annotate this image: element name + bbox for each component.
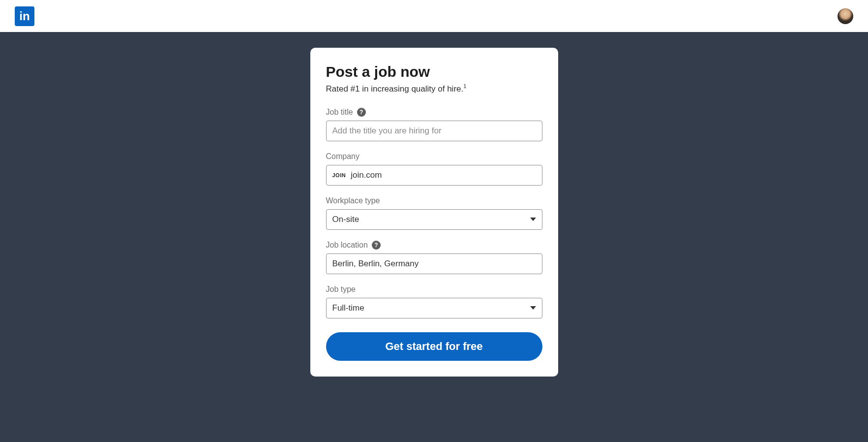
- job-location-field: Job location ?: [326, 241, 542, 274]
- workplace-type-select[interactable]: On-site: [326, 209, 542, 230]
- job-type-label: Job type: [326, 285, 356, 294]
- chevron-down-icon: [530, 218, 536, 221]
- job-type-value: Full-time: [332, 303, 364, 313]
- linkedin-logo-text: in: [19, 9, 30, 23]
- card-subtitle-text: Rated #1 in increasing quality of hire.: [326, 84, 464, 94]
- job-location-input[interactable]: [326, 253, 542, 274]
- job-type-field: Job type Full-time: [326, 285, 542, 318]
- help-icon[interactable]: ?: [357, 108, 366, 117]
- card-subtitle: Rated #1 in increasing quality of hire.1: [326, 83, 542, 94]
- job-title-label: Job title: [326, 108, 353, 117]
- company-field: Company JOIN join.com: [326, 152, 542, 186]
- header: in: [0, 0, 868, 32]
- job-location-label-row: Job location ?: [326, 241, 542, 250]
- workplace-type-value: On-site: [332, 215, 359, 224]
- job-location-label: Job location: [326, 241, 368, 250]
- job-title-input[interactable]: [326, 121, 542, 141]
- company-label-row: Company: [326, 152, 542, 161]
- workplace-type-field: Workplace type On-site: [326, 196, 542, 230]
- company-label: Company: [326, 152, 359, 161]
- job-type-label-row: Job type: [326, 285, 542, 294]
- help-icon[interactable]: ?: [372, 241, 381, 250]
- chevron-down-icon: [530, 306, 536, 310]
- linkedin-logo[interactable]: in: [15, 6, 34, 26]
- job-title-field: Job title ?: [326, 108, 542, 141]
- job-title-label-row: Job title ?: [326, 108, 542, 117]
- workplace-type-label-row: Workplace type: [326, 196, 542, 205]
- get-started-button[interactable]: Get started for free: [326, 332, 542, 361]
- avatar[interactable]: [838, 8, 853, 24]
- company-value: join.com: [351, 170, 382, 180]
- company-input[interactable]: JOIN join.com: [326, 165, 542, 186]
- workplace-type-label: Workplace type: [326, 196, 380, 205]
- post-job-card: Post a job now Rated #1 in increasing qu…: [310, 48, 558, 377]
- card-subtitle-sup: 1: [463, 83, 466, 89]
- main-area: Post a job now Rated #1 in increasing qu…: [0, 32, 868, 442]
- job-type-select[interactable]: Full-time: [326, 298, 542, 318]
- company-logo-icon: JOIN: [332, 172, 346, 178]
- card-title: Post a job now: [326, 63, 542, 80]
